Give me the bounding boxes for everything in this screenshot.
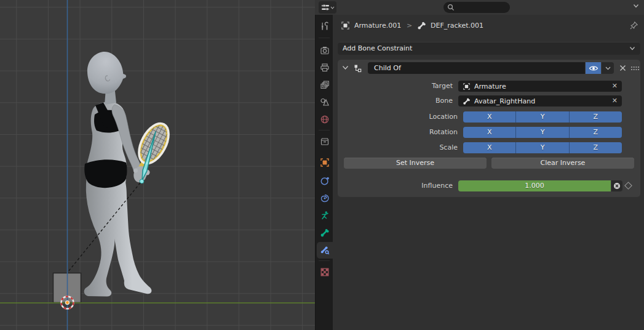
properties-editor-icon bbox=[321, 3, 330, 12]
influence-value: 1.000 bbox=[525, 182, 544, 190]
panel-drag-grip-icon[interactable] bbox=[630, 66, 640, 71]
bone-value: Avatar_RightHand bbox=[474, 97, 612, 105]
rotation-axis-toggles: X Y Z bbox=[463, 127, 622, 138]
target-clear-icon[interactable]: ✕ bbox=[612, 81, 618, 92]
tab-world[interactable] bbox=[320, 115, 330, 124]
influence-slider[interactable]: 1.000 bbox=[458, 180, 611, 191]
properties-editor: Armature.001 > DEF_racket.001 Add Bone C… bbox=[315, 0, 644, 330]
eye-icon bbox=[589, 65, 598, 72]
set-inverse-button[interactable]: Set Inverse bbox=[344, 158, 487, 169]
tab-bone[interactable] bbox=[320, 228, 330, 238]
tab-output[interactable] bbox=[320, 63, 330, 73]
properties-content: Armature.001 > DEF_racket.001 Add Bone C… bbox=[333, 15, 644, 330]
add-constraint-chevron-icon bbox=[629, 46, 635, 50]
breadcrumb-separator: > bbox=[407, 22, 412, 30]
tab-object[interactable] bbox=[320, 158, 330, 167]
tab-scene[interactable] bbox=[320, 97, 330, 107]
constraint-visibility-toggle[interactable] bbox=[586, 62, 601, 74]
header-dropdown-chevron-icon[interactable] bbox=[633, 4, 639, 8]
location-y-toggle[interactable]: Y bbox=[516, 111, 568, 123]
circled-x-icon bbox=[613, 182, 621, 190]
pin-icon[interactable] bbox=[629, 21, 638, 30]
panel-expand-chevron-icon[interactable] bbox=[342, 65, 349, 70]
target-object-icon bbox=[463, 82, 471, 91]
tab-bone-constraint[interactable] bbox=[320, 245, 330, 255]
target-label: Target bbox=[338, 82, 453, 90]
add-bone-constraint-button[interactable]: Add Bone Constraint bbox=[338, 42, 640, 55]
properties-header bbox=[315, 0, 644, 15]
location-z-toggle[interactable]: Z bbox=[570, 111, 622, 123]
scale-x-toggle[interactable]: X bbox=[463, 142, 515, 153]
scale-axis-toggles: X Y Z bbox=[463, 142, 622, 153]
inverse-buttons-row: Set Inverse Clear Inverse bbox=[344, 158, 634, 169]
bone-field-icon bbox=[463, 97, 471, 105]
rotation-y-toggle[interactable]: Y bbox=[516, 127, 568, 138]
rotation-z-toggle[interactable]: Z bbox=[570, 127, 622, 138]
tab-physics[interactable] bbox=[320, 176, 330, 186]
viewport-scene bbox=[0, 0, 315, 330]
breadcrumb-object-icon bbox=[341, 21, 350, 30]
add-bone-constraint-label: Add Bone Constraint bbox=[343, 44, 412, 52]
tab-view-layer[interactable] bbox=[320, 80, 330, 90]
scale-row: Scale X Y Z bbox=[338, 142, 640, 153]
bone-field[interactable]: Avatar_RightHand ✕ bbox=[458, 95, 622, 107]
breadcrumb-bone-icon bbox=[417, 21, 426, 30]
tab-armature-data[interactable] bbox=[320, 211, 330, 220]
tab-object-constraints[interactable] bbox=[320, 193, 330, 203]
viewport-3d[interactable] bbox=[0, 0, 315, 330]
object-origin-dot bbox=[65, 300, 70, 305]
target-field[interactable]: Armature ✕ bbox=[458, 81, 622, 92]
breadcrumb-object[interactable]: Armature.001 bbox=[354, 22, 401, 30]
bikini-bottom bbox=[84, 159, 127, 188]
location-label: Location bbox=[338, 113, 458, 121]
editor-type-chevron-icon bbox=[330, 6, 335, 9]
scale-label: Scale bbox=[338, 143, 458, 151]
blender-window: Armature.001 > DEF_racket.001 Add Bone C… bbox=[0, 0, 644, 330]
bone-clear-icon[interactable]: ✕ bbox=[612, 95, 618, 107]
location-x-toggle[interactable]: X bbox=[463, 111, 515, 123]
constraint-name: Child Of bbox=[374, 64, 401, 72]
bone-row: Bone Avatar_RightHand ✕ bbox=[338, 95, 640, 107]
constraint-name-field[interactable]: Child Of bbox=[368, 62, 585, 74]
head bbox=[87, 52, 126, 94]
constraint-close-icon[interactable] bbox=[619, 64, 627, 72]
bone-label: Bone bbox=[338, 97, 453, 105]
breadcrumb-bone[interactable]: DEF_racket.001 bbox=[431, 22, 483, 30]
location-row: Location X Y Z bbox=[338, 111, 640, 123]
tab-tool[interactable] bbox=[320, 22, 330, 31]
constraint-panel-header[interactable]: Child Of bbox=[338, 60, 640, 76]
search-icon bbox=[447, 4, 455, 11]
target-value: Armature bbox=[474, 82, 612, 91]
influence-row: Influence 1.000 bbox=[338, 180, 640, 191]
influence-keyframe-decorator[interactable] bbox=[624, 182, 632, 190]
target-row: Target Armature ✕ bbox=[338, 81, 640, 92]
tab-collection[interactable] bbox=[320, 137, 330, 147]
location-axis-toggles: X Y Z bbox=[463, 111, 622, 123]
child-of-constraint-icon bbox=[353, 63, 363, 73]
editor-type-button[interactable] bbox=[319, 1, 336, 14]
scale-z-toggle[interactable]: Z bbox=[570, 142, 622, 153]
influence-clear-button[interactable] bbox=[611, 180, 622, 191]
scale-y-toggle[interactable]: Y bbox=[516, 142, 568, 153]
constraint-extras-dropdown[interactable] bbox=[602, 62, 614, 74]
constraint-extras-chevron-icon bbox=[605, 66, 611, 70]
rotation-x-toggle[interactable]: X bbox=[463, 127, 515, 138]
rotation-row: Rotation X Y Z bbox=[338, 127, 640, 138]
properties-tab-strip bbox=[315, 15, 333, 330]
influence-label: Influence bbox=[338, 182, 453, 190]
tab-render[interactable] bbox=[320, 46, 330, 55]
search-input[interactable] bbox=[443, 2, 510, 13]
child-of-constraint-panel: Child Of bbox=[338, 60, 640, 197]
tab-texture[interactable] bbox=[320, 267, 330, 277]
rotation-label: Rotation bbox=[338, 128, 458, 136]
clear-inverse-button[interactable]: Clear Inverse bbox=[491, 158, 634, 169]
